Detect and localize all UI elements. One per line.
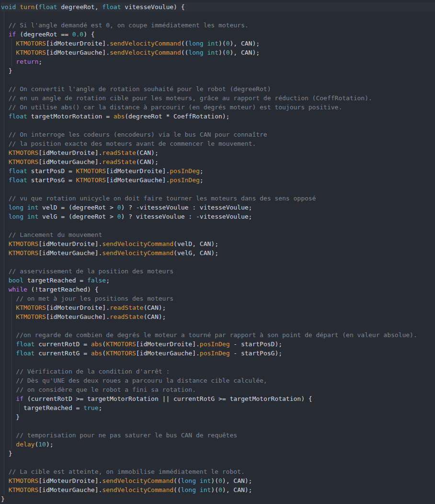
code-token: } bbox=[1, 450, 12, 457]
code-line[interactable]: float startPosD = KTMOTORS[idMoteurDroit… bbox=[1, 166, 435, 176]
code-token: ( bbox=[102, 350, 106, 357]
code-line[interactable] bbox=[1, 358, 435, 367]
code-token: true bbox=[83, 404, 98, 411]
code-line[interactable]: float currentRotG = abs(KTMOTORS[idMoteu… bbox=[1, 349, 435, 358]
code-token bbox=[1, 176, 9, 184]
code-token bbox=[23, 204, 27, 211]
code-token: // on considère que le robot a fini sa r… bbox=[16, 386, 196, 393]
code-line[interactable]: void turn(float degreeRot, float vitesse… bbox=[1, 2, 435, 12]
code-line[interactable]: KTMOTORS[idMoteurGauche].readState(CAN); bbox=[1, 312, 435, 321]
code-line[interactable]: float currentRotD = abs(KTMOTORS[idMoteu… bbox=[1, 340, 435, 349]
code-token: // Vérification de la condition d'arrêt … bbox=[16, 368, 170, 375]
code-line[interactable]: } bbox=[1, 449, 435, 458]
code-line[interactable]: delay(10); bbox=[1, 440, 435, 449]
code-token: ; bbox=[200, 167, 204, 175]
code-token: int bbox=[27, 213, 38, 220]
code-line[interactable] bbox=[1, 185, 435, 194]
code-token: float bbox=[102, 3, 121, 11]
code-line[interactable]: targetReached = true; bbox=[1, 403, 435, 412]
code-token: - startPosG); bbox=[229, 350, 282, 357]
code-token: long bbox=[188, 40, 203, 47]
code-line[interactable]: KTMOTORS[idMoteurDroite].readState(CAN); bbox=[1, 148, 435, 157]
code-token bbox=[1, 140, 9, 147]
code-line[interactable]: // temporisation pour ne pas saturer le … bbox=[1, 431, 435, 440]
code-line[interactable]: KTMOTORS[idMoteurGauche].sendVelocityCom… bbox=[1, 48, 435, 57]
code-line[interactable]: if (degreeRot == 0.0) { bbox=[1, 30, 435, 39]
code-line[interactable]: // Vérification de la condition d'arrêt … bbox=[1, 367, 435, 376]
code-line[interactable]: return; bbox=[1, 57, 435, 66]
code-line[interactable]: // Si l'angle demandé est 0, on coupe im… bbox=[1, 21, 435, 30]
code-token: ; bbox=[99, 404, 103, 411]
code-token: float bbox=[38, 3, 57, 11]
code-line[interactable]: float targetMotorRotation = abs(degreeRo… bbox=[1, 112, 435, 121]
code-line[interactable]: } bbox=[1, 412, 435, 422]
code-token: [idMoteurDroite]. bbox=[46, 40, 110, 47]
code-line[interactable]: KTMOTORS[idMoteurDroite].readState(CAN); bbox=[1, 303, 435, 312]
code-token bbox=[1, 31, 9, 38]
code-token bbox=[23, 213, 27, 220]
code-line[interactable] bbox=[1, 422, 435, 431]
code-line[interactable]: long int velG = (degreeRot > 0) ? vitess… bbox=[1, 212, 435, 221]
code-token bbox=[1, 195, 9, 202]
code-token: } bbox=[1, 495, 5, 503]
code-line[interactable]: if (currentRotD >= targetMotorRotation |… bbox=[1, 394, 435, 403]
code-line[interactable]: // on met à jour les positions des moteu… bbox=[1, 294, 435, 303]
code-line[interactable]: float startPosG = KTMOTORS[idMoteurGauch… bbox=[1, 176, 435, 185]
code-line[interactable] bbox=[1, 221, 435, 230]
code-line[interactable]: // Dès qu'UNE des deux roues a parcouru … bbox=[1, 376, 435, 385]
code-token: KTMOTORS bbox=[9, 477, 39, 484]
code-line[interactable] bbox=[1, 12, 435, 21]
code-line[interactable]: // Lancement du mouvement bbox=[1, 230, 435, 239]
code-token: KTMOTORS bbox=[16, 304, 46, 311]
code-line[interactable]: // On interroge les codeurs (encodeurs) … bbox=[1, 130, 435, 139]
code-line[interactable]: // On utilise abs() car la distance à pa… bbox=[1, 103, 435, 112]
code-line[interactable]: // en un angle de rotation cible pour le… bbox=[1, 94, 435, 103]
code-line[interactable] bbox=[1, 258, 435, 267]
code-line[interactable]: KTMOTORS[idMoteurDroite].sendVelocityCom… bbox=[1, 39, 435, 48]
code-editor[interactable]: void turn(float degreeRot, float vitesse… bbox=[0, 0, 435, 504]
code-line[interactable]: // On convertit l'angle de rotation souh… bbox=[1, 84, 435, 94]
code-line[interactable]: KTMOTORS[idMoteurDroite].sendVelocityCom… bbox=[1, 476, 435, 485]
code-token: long bbox=[181, 486, 196, 493]
code-line[interactable]: // asservissement de la position des mot… bbox=[1, 267, 435, 276]
code-line[interactable]: //on regarde de combien de degrés le mot… bbox=[1, 330, 435, 340]
code-token bbox=[1, 486, 9, 493]
code-line[interactable]: // on considère que le robot a fini sa r… bbox=[1, 385, 435, 394]
code-line[interactable]: KTMOTORS[idMoteurDroite].sendVelocityCom… bbox=[1, 239, 435, 248]
code-token: [idMoteurDroite]. bbox=[38, 149, 102, 156]
code-token: long bbox=[181, 477, 196, 484]
code-token: int bbox=[200, 477, 211, 484]
code-line[interactable] bbox=[1, 75, 435, 84]
code-line[interactable]: } bbox=[1, 66, 435, 75]
code-line[interactable] bbox=[1, 321, 435, 330]
code-line[interactable]: KTMOTORS[idMoteurGauche].readState(CAN); bbox=[1, 157, 435, 166]
code-token: KTMOTORS bbox=[16, 313, 46, 320]
code-token: (velD, CAN); bbox=[173, 240, 218, 247]
code-line[interactable]: KTMOTORS[idMoteurGauche].sendVelocityCom… bbox=[1, 485, 435, 494]
code-line[interactable]: // La cible est atteinte, on immobilise … bbox=[1, 467, 435, 476]
code-line[interactable]: long int velD = (degreeRot > 0) ? -vites… bbox=[1, 203, 435, 212]
code-token: KTMOTORS bbox=[106, 340, 136, 348]
code-token bbox=[1, 85, 9, 93]
code-line[interactable]: KTMOTORS[idMoteurGauche].sendVelocityCom… bbox=[1, 248, 435, 258]
code-line[interactable] bbox=[1, 121, 435, 130]
code-token: // Si l'angle demandé est 0, on coupe im… bbox=[9, 22, 249, 29]
code-line[interactable]: // la position exacte des moteurs avant … bbox=[1, 139, 435, 148]
code-line[interactable] bbox=[1, 458, 435, 467]
code-token: )( bbox=[211, 477, 218, 484]
code-token: velD = (degreeRot > bbox=[38, 204, 117, 211]
code-line[interactable]: } bbox=[1, 494, 435, 504]
code-token bbox=[16, 3, 20, 11]
code-line[interactable]: bool targetReached = false; bbox=[1, 276, 435, 285]
code-token: degreeRot, bbox=[57, 3, 102, 11]
code-line[interactable]: // vu que rotation unicycle on doit fair… bbox=[1, 194, 435, 203]
code-token bbox=[1, 158, 9, 165]
code-token: (degreeRot * CoeffRotation); bbox=[125, 113, 229, 120]
code-token: // asservissement de la position des mot… bbox=[9, 268, 173, 275]
code-line[interactable]: while (!targetReached) { bbox=[1, 285, 435, 294]
code-token: ; bbox=[200, 176, 204, 184]
code-token: [idMoteurGauche]. bbox=[106, 176, 170, 184]
code-token bbox=[1, 268, 9, 275]
code-token: [idMoteurGauche]. bbox=[46, 313, 110, 320]
code-token: ; bbox=[106, 277, 110, 284]
